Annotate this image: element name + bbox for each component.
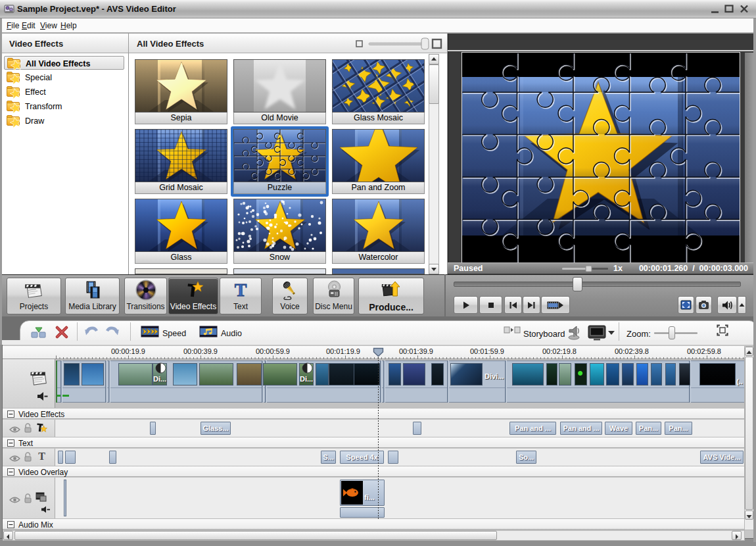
svg-text:T: T [38,451,45,461]
svg-text:T: T [235,280,247,300]
